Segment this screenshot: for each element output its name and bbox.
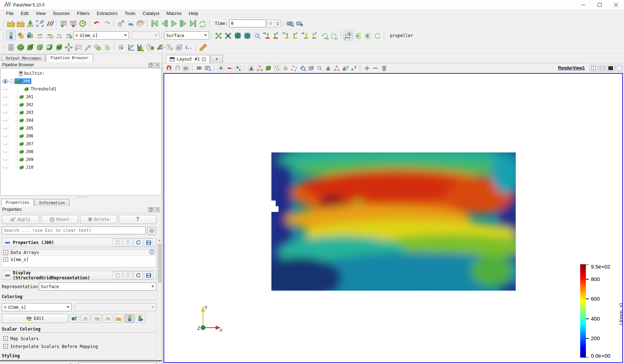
tab-information[interactable]: Information: [34, 199, 69, 206]
section-collapse-icon[interactable]: [5, 242, 10, 244]
toolbar-grip[interactable]: [282, 20, 284, 27]
query-points-icon[interactable]: ?: [349, 64, 358, 72]
menu-sources[interactable]: Sources: [50, 10, 73, 17]
show-color-legend-icon[interactable]: [125, 314, 134, 323]
reset-center-icon[interactable]: [353, 31, 363, 40]
toolbar-grip[interactable]: [192, 65, 193, 71]
eye-hidden-icon[interactable]: [2, 166, 9, 169]
maximize-button[interactable]: [591, 0, 608, 10]
menu-edit[interactable]: Edit: [17, 10, 32, 17]
map-scalars-row[interactable]: ✓ Map Scalars: [2, 335, 156, 342]
toolbar-grip[interactable]: [383, 32, 385, 39]
camera-plus-x-icon[interactable]: +X: [262, 31, 271, 40]
redo-icon[interactable]: [102, 19, 111, 28]
rescale-temporal-small-icon[interactable]: t: [103, 314, 112, 323]
render-view-name[interactable]: RenderView1: [558, 66, 590, 71]
help-button[interactable]: ?: [119, 215, 156, 224]
camera-redo-icon[interactable]: [126, 19, 135, 28]
menu-catalyst[interactable]: Catalyst: [139, 10, 162, 17]
next-frame-icon[interactable]: [178, 19, 188, 28]
float-panel-icon[interactable]: [148, 63, 154, 67]
maximize-view-button[interactable]: [607, 65, 614, 72]
eye-hidden-icon[interactable]: [2, 127, 9, 130]
data-arrays-row[interactable]: ✓ Data Arrays: [2, 249, 156, 256]
favorites-preset-icon[interactable]: [114, 314, 123, 323]
tree-row-j07[interactable]: J07: [1, 140, 161, 148]
last-frame-icon[interactable]: [188, 19, 198, 28]
menu-help[interactable]: Help: [186, 10, 202, 17]
server-connect-icon[interactable]: [59, 19, 68, 28]
interpolate-row[interactable]: ✓ Interpolate Scalars Before Mapping: [2, 343, 156, 350]
toolbar-grip[interactable]: [244, 65, 245, 71]
tab-output-messages[interactable]: Output Messages: [1, 54, 46, 62]
menu-view[interactable]: View: [32, 10, 49, 17]
tree-expander-j00[interactable]: −: [10, 79, 14, 83]
rescale-temporal-range-icon[interactable]: t: [54, 31, 64, 40]
reset-camera-icon[interactable]: [214, 31, 223, 40]
save-display-defaults-icon[interactable]: [144, 271, 153, 279]
stream-tracer-icon[interactable]: [73, 42, 83, 52]
representation-select[interactable]: Surface: [39, 282, 156, 291]
tree-row-j06[interactable]: J06: [1, 132, 161, 140]
toolbar-grip[interactable]: [210, 32, 212, 39]
opacity-input[interactable]: [78, 362, 156, 364]
time-input[interactable]: [229, 20, 266, 27]
toolbar-grip[interactable]: [3, 44, 5, 51]
reset-camera-closest-icon[interactable]: [233, 31, 243, 40]
interactive-select-cells-icon[interactable]: [298, 64, 307, 72]
undo-icon[interactable]: [92, 19, 102, 28]
split-horizontal-button[interactable]: [590, 65, 597, 72]
scroll-up-icon[interactable]: ▲: [157, 238, 162, 243]
split-vertical-button[interactable]: [598, 65, 606, 72]
python-calculator-icon[interactable]: {...}: [184, 42, 193, 52]
clip-icon[interactable]: [25, 42, 35, 52]
array-checkbox[interactable]: ✓: [4, 257, 8, 262]
select-block-icon[interactable]: [307, 64, 315, 72]
tree-row-j01[interactable]: J01: [1, 93, 161, 101]
minimize-button[interactable]: [575, 0, 591, 10]
color-palette-icon[interactable]: [135, 19, 145, 28]
rotate-90-cw-icon[interactable]: +90: [319, 31, 329, 40]
toolbar-grip[interactable]: [359, 65, 361, 71]
adjust-camera-icon[interactable]: [182, 64, 190, 72]
rescale-custom-small-icon[interactable]: [92, 314, 101, 323]
eye-hidden-icon[interactable]: [2, 158, 9, 161]
tab-pipeline-browser[interactable]: Pipeline Browser: [46, 54, 93, 62]
histogram-icon[interactable]: [136, 42, 145, 52]
toggle-2d-mode-button[interactable]: 2D: [195, 64, 203, 72]
save-data-icon[interactable]: [25, 19, 35, 28]
tree-row-j04[interactable]: J04: [1, 116, 161, 124]
rescale-visible-range-icon[interactable]: [64, 31, 73, 40]
search-options-gear-icon[interactable]: [147, 227, 156, 235]
select-cells-polygon-icon[interactable]: [281, 64, 290, 72]
close-panel-icon[interactable]: [155, 207, 160, 212]
toolbar-grip[interactable]: [195, 44, 197, 51]
threshold-icon[interactable]: [45, 42, 54, 52]
solid-color-icon[interactable]: [16, 31, 25, 40]
previous-frame-icon[interactable]: [159, 19, 169, 28]
eye-hidden-icon[interactable]: [2, 111, 9, 114]
section-collapse-icon[interactable]: [5, 275, 10, 276]
zoom-to-data-icon[interactable]: [223, 31, 233, 40]
toolbar-grip[interactable]: [113, 20, 115, 27]
plot-selection-over-time-icon[interactable]: [165, 42, 174, 52]
grow-selection-icon[interactable]: [217, 64, 225, 72]
plot-over-time-icon[interactable]: [145, 42, 155, 52]
edit-color-map-icon[interactable]: [25, 31, 35, 40]
render-view-canvas[interactable]: Y Z X 9.5e+02 800 600 400 200 0.0e+00 U(…: [163, 73, 623, 363]
save-animation-icon[interactable]: [45, 19, 54, 28]
loop-icon[interactable]: [198, 19, 207, 28]
scroll-down-icon[interactable]: ▼: [157, 359, 162, 364]
toolbar-grip[interactable]: [89, 20, 91, 27]
color-legend[interactable]: 9.5e+02 800 600 400 200 0.0e+00 U(mm_s): [580, 264, 623, 360]
rescale-data-range-icon[interactable]: [35, 31, 45, 40]
plot-data-icon[interactable]: [155, 42, 165, 52]
eye-visible-icon[interactable]: [2, 79, 9, 83]
pick-center-icon[interactable]: [363, 31, 372, 40]
glyph-icon[interactable]: [64, 42, 73, 52]
save-state-icon[interactable]: [16, 19, 25, 28]
hover-cells-icon[interactable]: [324, 64, 332, 72]
toolbar-grip[interactable]: [56, 20, 57, 27]
camera-plus-z-icon[interactable]: +Z: [300, 31, 310, 40]
reset-session-icon[interactable]: [78, 19, 88, 28]
